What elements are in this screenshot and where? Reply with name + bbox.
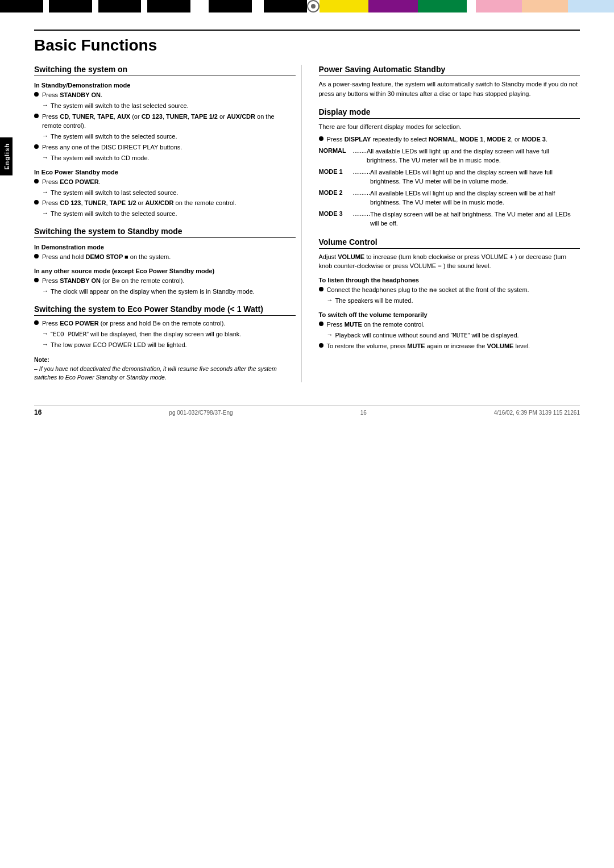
mode-label-2: MODE 2 <box>319 189 353 196</box>
arrow-text: The speakers will be muted. <box>335 297 413 306</box>
mode-dots: ........ <box>353 147 367 154</box>
bullet-dot <box>34 254 39 258</box>
bullet-dot <box>34 179 39 183</box>
arrow-icon: → <box>42 154 48 161</box>
mode-text-3: The display screen will be at half brigh… <box>370 210 580 228</box>
display-mode-2: MODE 2 .......... All available LEDs wil… <box>319 189 580 207</box>
section-volume-control: Volume Control Adjust VOLUME to increase… <box>319 237 580 351</box>
arrow-icon: → <box>42 287 48 294</box>
bullet-text: Press STANDBY ON. <box>42 91 102 100</box>
mode-label-1: MODE 1 <box>319 168 353 175</box>
bullet-text: Press ECO POWER (or press and hold B⎈ on… <box>42 319 225 328</box>
bullet-demo-stop: Press and hold DEMO STOP ■ on the system… <box>34 253 296 262</box>
arrow-text: The system will switch to the last selec… <box>51 102 189 111</box>
note-block: Note: – If you have not deactivated the … <box>34 356 296 382</box>
footer-center-num: 16 <box>360 410 367 416</box>
display-mode-1: MODE 1 .......... All available LEDs wil… <box>319 168 580 186</box>
bullet-disc-direct: Press any one of the DISC DIRECT PLAY bu… <box>34 143 296 152</box>
arrow-icon: → <box>42 210 48 216</box>
display-modes-table: NORMAL ........ All available LEDs will … <box>319 147 580 228</box>
subsection-demo-mode-title: In Demonstration mode <box>34 244 296 251</box>
arrow-icon: → <box>42 189 48 195</box>
arrow-clock-standby: → The clock will appear on the display w… <box>42 287 296 297</box>
arrow-text: The system will switch to the selected s… <box>51 210 177 219</box>
bar-seg-9 <box>209 0 252 12</box>
bullet-eco-power: Press ECO POWER. <box>34 178 296 187</box>
bullet-dot <box>319 287 323 291</box>
note-text: – If you have not deactivated the demons… <box>34 365 277 381</box>
arrow-mute-playback: → Playback will continue without sound a… <box>327 331 580 340</box>
language-tab: English <box>0 137 13 176</box>
page-title: Basic Functions <box>34 30 580 55</box>
bar-seg-2 <box>43 0 49 12</box>
bar-seg-11 <box>264 0 307 12</box>
top-bar-left <box>0 0 307 12</box>
arrow-eco-selected: → The system will switch to the selected… <box>42 210 296 219</box>
bullet-standby-on-remote: Press STANDBY ON (or B⎈ on the remote co… <box>34 277 296 286</box>
mode-label-3: MODE 3 <box>319 210 353 217</box>
arrow-text: The low power ECO POWER LED will be ligh… <box>51 341 187 350</box>
arrow-eco-last: → The system will switch to last selecte… <box>42 189 296 198</box>
mode-text-2: All available LEDs will light up and the… <box>370 189 580 207</box>
footer-page-number: 16 <box>34 408 42 416</box>
section-eco-power-title: Switching the system to Eco Power Standb… <box>34 304 296 316</box>
bullet-dot <box>319 343 323 348</box>
bullet-restore-volume: To restore the volume, press MUTE again … <box>319 342 580 351</box>
section-power-saving-title: Power Saving Automatic Standby <box>319 65 580 76</box>
bullet-press-cd-tuner: Press CD, TUNER, TAPE, AUX (or CD 123, T… <box>34 112 296 131</box>
section-switching-on: Switching the system on In Standby/Demon… <box>34 65 296 219</box>
subsection-headphones-title: To listen through the headphones <box>319 277 580 283</box>
arrow-icon: → <box>42 330 48 337</box>
arrow-icon: → <box>327 297 333 303</box>
bullet-dot <box>319 322 323 326</box>
power-saving-text: As a power-saving feature, the system wi… <box>319 80 580 98</box>
bullet-dot <box>34 320 39 325</box>
arrow-cd-mode: → The system will switch to CD mode. <box>42 154 296 163</box>
bar-color-green <box>418 0 467 12</box>
arrow-icon: → <box>42 132 48 139</box>
arrow-text: Playback will continue without sound and… <box>335 331 519 340</box>
right-column: Power Saving Automatic Standby As a powe… <box>319 65 580 382</box>
bar-color-white <box>467 0 476 12</box>
page-footer: 16 pg 001-032/C798/37-Eng 16 4/16/02, 6:… <box>34 405 580 416</box>
bar-color-purple <box>368 0 417 12</box>
bullet-text: Press any one of the DISC DIRECT PLAY bu… <box>42 143 182 152</box>
mode-dots: .......... <box>353 189 371 196</box>
arrow-switch-last: → The system will switch to the last sel… <box>42 102 296 111</box>
bar-color-yellow <box>320 0 368 12</box>
bar-seg-10 <box>252 0 264 12</box>
note-label: Note: <box>34 356 49 363</box>
display-mode-intro: There are four different display modes f… <box>319 122 580 132</box>
subsection-other-mode-title: In any other source mode (except Eco Pow… <box>34 268 296 274</box>
display-mode-3: MODE 3 .......... The display screen wil… <box>319 210 580 228</box>
mode-label-normal: NORMAL <box>319 147 353 154</box>
bullet-text: Press STANDBY ON (or B⎈ on the remote co… <box>42 277 185 286</box>
bar-color-peach <box>522 0 568 12</box>
section-volume-title: Volume Control <box>319 237 580 249</box>
bullet-text: Connect the headphones plug to the n⎈ so… <box>327 286 529 295</box>
top-bar-right <box>307 0 614 12</box>
top-color-bar <box>0 0 614 12</box>
arrow-switch-selected: → The system will switch to the selected… <box>42 132 296 141</box>
bullet-text: Press ECO POWER. <box>42 178 101 187</box>
bullet-dot <box>34 114 39 118</box>
arrow-icon: → <box>42 102 48 108</box>
subsection-mute-title: To switch off the volume temporarily <box>319 311 580 318</box>
bar-seg-5 <box>98 0 142 12</box>
section-display-mode-title: Display mode <box>319 107 580 119</box>
left-column: Switching the system on In Standby/Demon… <box>34 65 302 382</box>
bullet-text: Press MUTE on the remote control. <box>327 320 425 329</box>
bullet-text: Press CD 123, TUNER, TAPE 1/2 or AUX/CDR… <box>42 199 237 208</box>
bullet-eco-power-main: Press ECO POWER (or press and hold B⎈ on… <box>34 319 296 328</box>
arrow-eco-displayed: → “ECO POWER” will be displayed, then th… <box>42 330 296 339</box>
section-standby-mode: Switching the system to Standby mode In … <box>34 227 296 297</box>
bar-seg-4 <box>92 0 98 12</box>
bar-seg-1 <box>0 0 43 12</box>
bullet-eco-cd123: Press CD 123, TUNER, TAPE 1/2 or AUX/CDR… <box>34 199 296 208</box>
bullet-dot <box>319 136 323 141</box>
section-standby-mode-title: Switching the system to Standby mode <box>34 227 296 238</box>
section-display-mode: Display mode There are four different di… <box>319 107 580 228</box>
footer-right-text: 4/16/02, 6:39 PM 3139 115 21261 <box>494 410 580 416</box>
mode-dots: .......... <box>353 168 371 175</box>
bar-seg-3 <box>49 0 92 12</box>
